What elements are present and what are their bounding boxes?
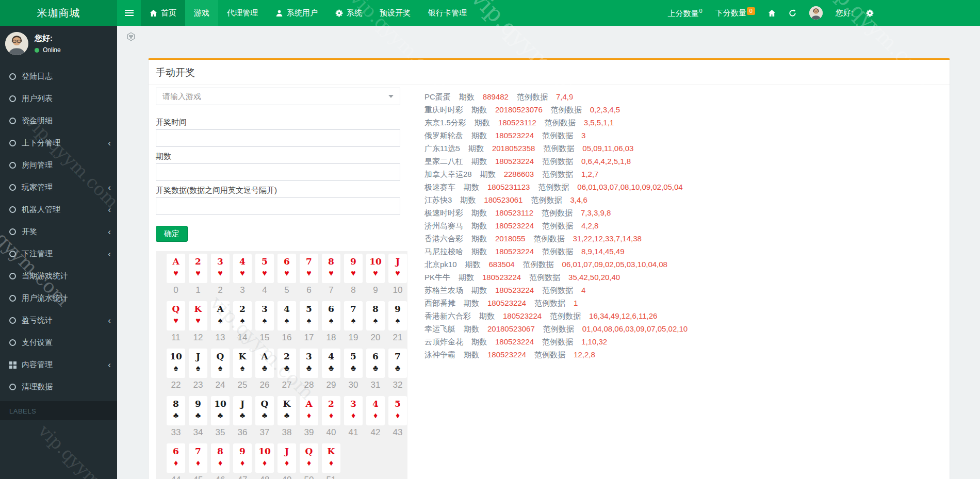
playing-card-spade-4[interactable]: 4♠ [277,301,296,331]
playing-card-club-8[interactable]: 8♣ [167,396,185,425]
playing-card-heart-5[interactable]: 5♥ [255,254,274,283]
club-suit-icon: ♣ [255,362,274,374]
sidebar-item-开奖[interactable]: 开奖‹ [0,221,117,243]
nav-item-预设开奖[interactable]: 预设开奖 [371,0,419,26]
playing-card-heart-9[interactable]: 9♥ [344,254,363,283]
app-logo[interactable]: 米珈商城 [0,0,117,26]
sidebar-item-上下分管理[interactable]: 上下分管理‹ [0,132,117,154]
playing-card-club-10[interactable]: 10♣ [211,396,230,425]
playing-card-spade-2[interactable]: 2♠ [233,301,252,331]
nav-item-首页[interactable]: 首页 [141,0,185,26]
playing-card-spade-5[interactable]: 5♠ [300,301,318,331]
playing-card-spade-K[interactable]: K♠ [233,349,252,378]
sidebar-item-房间管理[interactable]: 房间管理 [0,154,117,176]
playing-card-diamond-9[interactable]: 9♦ [233,443,252,473]
user-avatar[interactable] [809,6,823,20]
sidebar-item-用户流水统计[interactable]: 用户流水统计 [0,287,117,309]
card-index: 24 [211,379,230,391]
sidebar-item-玩家管理[interactable]: 玩家管理‹ [0,176,117,199]
settings-cogs-icon[interactable] [866,9,874,17]
confirm-button[interactable]: 确定 [156,226,188,242]
sidebar-item-用户列表[interactable]: 用户列表 [0,88,117,110]
up-score[interactable]: 上分数量0 [668,8,703,19]
main-content: 手动开奖 请输入游戏 开奖时间 期数 开奖数据(数据之间用英文逗号隔开) 确定 … [117,26,980,479]
playing-card-spade-10[interactable]: 10♠ [167,349,185,378]
playing-card-diamond-K[interactable]: K♦ [322,443,340,473]
home-icon [150,9,157,17]
playing-card-diamond-A[interactable]: A♦ [300,396,318,425]
playing-card-diamond-6[interactable]: 6♦ [167,443,185,473]
card-index: 35 [211,426,230,439]
sidebar-item-盈亏统计[interactable]: 盈亏统计‹ [0,309,117,332]
diamond-suit-icon: ♦ [233,457,252,469]
sidebar-item-机器人管理[interactable]: 机器人管理‹ [0,199,117,221]
playing-card-spade-A[interactable]: A♠ [211,301,230,331]
nav-item-代理管理[interactable]: 代理管理 [218,0,267,26]
playing-card-diamond-2[interactable]: 2♦ [322,396,340,425]
sidebar-item-内容管理[interactable]: 内容管理‹ [0,354,117,376]
playing-card-club-2[interactable]: 2♣ [277,349,296,378]
playing-card-spade-8[interactable]: 8♠ [366,301,385,331]
playing-card-spade-Q[interactable]: Q♠ [211,349,230,378]
refresh-icon[interactable] [789,9,796,17]
down-score[interactable]: 下分数量0 [715,8,755,18]
playing-card-diamond-J[interactable]: J♦ [277,443,296,473]
playing-card-club-9[interactable]: 9♣ [189,396,207,425]
playing-card-diamond-5[interactable]: 5♦ [388,396,407,425]
sidebar-item-清理数据[interactable]: 清理数据 [0,376,117,398]
sidebar-item-登陆日志[interactable]: 登陆日志 [0,65,117,88]
playing-card-diamond-Q[interactable]: Q♦ [300,443,318,473]
game-select[interactable]: 请输入游戏 [156,88,400,105]
playing-card-club-3[interactable]: 3♣ [300,349,318,378]
playing-card-spade-3[interactable]: 3♠ [255,301,274,331]
nav-item-银行卡管理[interactable]: 银行卡管理 [419,0,476,26]
playing-card-heart-10[interactable]: 10♥ [366,254,385,283]
playing-card-club-Q[interactable]: Q♣ [255,396,274,425]
playing-card-club-K[interactable]: K♣ [277,396,296,425]
sidebar-avatar[interactable] [5,32,28,55]
playing-card-heart-6[interactable]: 6♥ [277,254,296,283]
period-input[interactable] [156,163,400,181]
sidebar-item-下注管理[interactable]: 下注管理‹ [0,243,117,265]
playing-card-heart-Q[interactable]: Q♥ [167,301,185,331]
hexagon-widget-icon[interactable] [126,32,136,43]
playing-card-heart-K[interactable]: K♥ [189,301,207,331]
playing-card-spade-J[interactable]: J♠ [189,349,207,378]
playing-card-heart-2[interactable]: 2♥ [189,254,207,283]
playing-card-diamond-7[interactable]: 7♦ [189,443,207,473]
nav-item-系统[interactable]: 系统 [326,0,371,26]
playing-card-club-5[interactable]: 5♣ [344,349,363,378]
playing-card-club-6[interactable]: 6♣ [366,349,385,378]
draw-data-input[interactable] [156,197,400,215]
playing-card-club-4[interactable]: 4♣ [322,349,340,378]
card-index: 32 [388,379,407,391]
home-icon[interactable] [768,9,776,17]
sidebar-item-当期游戏统计[interactable]: 当期游戏统计 [0,265,117,287]
nav-item-系统用户[interactable]: 系统用户 [267,0,326,26]
playing-card-heart-J[interactable]: J♥ [388,254,407,283]
draw-time-input[interactable] [156,129,400,147]
playing-card-spade-7[interactable]: 7♠ [344,301,363,331]
playing-card-diamond-10[interactable]: 10♦ [255,443,274,473]
sidebar-item-资金明细[interactable]: 资金明细 [0,110,117,132]
playing-card-heart-7[interactable]: 7♥ [300,254,318,283]
playing-card-heart-3[interactable]: 3♥ [211,254,230,283]
playing-card-heart-8[interactable]: 8♥ [322,254,340,283]
playing-card-club-7[interactable]: 7♣ [388,349,407,378]
playing-card-spade-9[interactable]: 9♠ [388,301,407,331]
nav-item-游戏[interactable]: 游戏 [185,0,218,26]
playing-card-spade-6[interactable]: 6♠ [322,301,340,331]
spade-suit-icon: ♠ [189,362,207,374]
playing-card-diamond-8[interactable]: 8♦ [211,443,230,473]
playing-card-diamond-4[interactable]: 4♦ [366,396,385,425]
playing-card-club-A[interactable]: A♣ [255,349,274,378]
sidebar-toggle-icon[interactable] [117,0,141,26]
sidebar-item-支付设置[interactable]: 支付设置 [0,332,117,354]
playing-card-heart-4[interactable]: 4♥ [233,254,252,283]
club-suit-icon: ♣ [211,410,230,421]
diamond-suit-icon: ♦ [211,457,230,469]
card-index: 34 [189,426,207,439]
playing-card-diamond-3[interactable]: 3♦ [344,396,363,425]
playing-card-heart-A[interactable]: A♥ [167,254,185,283]
playing-card-club-J[interactable]: J♣ [233,396,252,425]
